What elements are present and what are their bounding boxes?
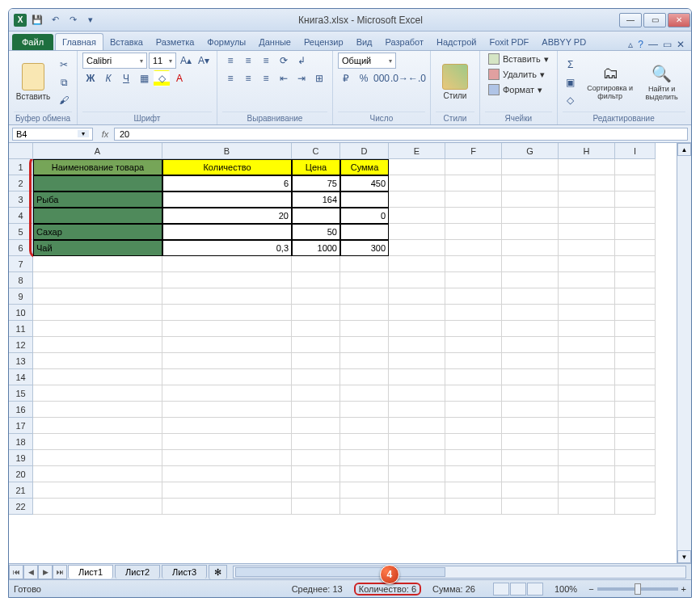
row-header-15[interactable]: 15: [9, 385, 33, 402]
sheet-prev-icon[interactable]: ◀: [23, 565, 38, 579]
cell-H18[interactable]: [559, 434, 615, 450]
cell-E1[interactable]: [389, 159, 445, 175]
cell-C10[interactable]: [292, 305, 340, 321]
cell-F16[interactable]: [445, 402, 502, 418]
cell-A4[interactable]: [33, 208, 162, 224]
cell-H22[interactable]: [559, 499, 615, 515]
row-header-11[interactable]: 11: [9, 321, 33, 337]
cell-F22[interactable]: [445, 499, 502, 515]
cell-G13[interactable]: [502, 353, 559, 369]
cell-E20[interactable]: [389, 466, 445, 482]
file-tab[interactable]: Файл: [12, 34, 53, 50]
cell-F4[interactable]: [445, 208, 502, 224]
number-format-select[interactable]: Общий▾: [338, 53, 396, 69]
cell-H4[interactable]: [559, 208, 615, 224]
cell-B15[interactable]: [162, 385, 292, 402]
inc-decimal-icon[interactable]: .0→: [391, 70, 407, 86]
cell-I21[interactable]: [615, 482, 656, 499]
cell-H6[interactable]: [559, 240, 615, 256]
indent-dec-icon[interactable]: ⇤: [276, 70, 292, 86]
currency-icon[interactable]: ₽: [338, 70, 354, 86]
cell-E5[interactable]: [389, 224, 445, 240]
col-header-G[interactable]: G: [502, 143, 559, 159]
delete-cells-button[interactable]: Удалить ▾: [485, 68, 548, 81]
horizontal-scrollbar[interactable]: [233, 566, 686, 579]
tab-abbyy[interactable]: ABBYY PD: [535, 34, 592, 50]
cell-B11[interactable]: [162, 321, 292, 337]
fx-icon[interactable]: fx: [96, 129, 114, 139]
cell-F8[interactable]: [445, 272, 502, 288]
cell-E18[interactable]: [389, 434, 445, 450]
fill-icon[interactable]: ▣: [563, 74, 579, 90]
cell-I12[interactable]: [615, 337, 656, 353]
cell-D7[interactable]: [340, 256, 389, 272]
tab-layout[interactable]: Разметка: [150, 34, 201, 50]
cell-H13[interactable]: [559, 353, 615, 369]
cell-H2[interactable]: [559, 175, 615, 191]
row-header-16[interactable]: 16: [9, 402, 33, 418]
zoom-out-icon[interactable]: −: [588, 584, 593, 594]
cell-C15[interactable]: [292, 385, 340, 402]
row-header-4[interactable]: 4: [9, 208, 33, 224]
cell-F10[interactable]: [445, 305, 502, 321]
cell-E17[interactable]: [389, 418, 445, 434]
cell-C11[interactable]: [292, 321, 340, 337]
col-header-F[interactable]: F: [445, 143, 502, 159]
cell-A20[interactable]: [33, 466, 162, 482]
cell-G8[interactable]: [502, 272, 559, 288]
cell-E14[interactable]: [389, 369, 445, 385]
cell-E9[interactable]: [389, 288, 445, 305]
cell-F6[interactable]: [445, 240, 502, 256]
row-header-3[interactable]: 3: [9, 191, 33, 208]
cell-I4[interactable]: [615, 208, 656, 224]
cell-E8[interactable]: [389, 272, 445, 288]
border-icon[interactable]: ▦: [136, 70, 152, 86]
cell-A12[interactable]: [33, 337, 162, 353]
view-pagebreak-icon[interactable]: [527, 583, 543, 595]
doc-max-icon[interactable]: ▭: [663, 39, 672, 50]
format-painter-icon[interactable]: 🖌: [56, 92, 72, 108]
cell-E13[interactable]: [389, 353, 445, 369]
tab-review[interactable]: Рецензир: [297, 34, 350, 50]
cell-F5[interactable]: [445, 224, 502, 240]
cell-I1[interactable]: [615, 159, 656, 175]
qat-dropdown-icon[interactable]: ▾: [83, 13, 98, 27]
cell-B21[interactable]: [162, 482, 292, 499]
doc-min-icon[interactable]: —: [648, 39, 658, 50]
doc-close-icon[interactable]: ✕: [677, 39, 685, 50]
redo-icon[interactable]: ↷: [65, 13, 80, 27]
cell-I13[interactable]: [615, 353, 656, 369]
cell-D14[interactable]: [340, 369, 389, 385]
cell-G1[interactable]: [502, 159, 559, 175]
cell-E21[interactable]: [389, 482, 445, 499]
cell-I22[interactable]: [615, 499, 656, 515]
cell-C7[interactable]: [292, 256, 340, 272]
cell-F15[interactable]: [445, 385, 502, 402]
cell-A5[interactable]: Сахар: [33, 224, 162, 240]
cell-H1[interactable]: [559, 159, 615, 175]
cell-F13[interactable]: [445, 353, 502, 369]
cell-E19[interactable]: [389, 450, 445, 466]
close-button[interactable]: ✕: [668, 13, 690, 27]
cell-F2[interactable]: [445, 175, 502, 191]
orientation-icon[interactable]: ⟳: [276, 53, 292, 69]
cell-G4[interactable]: [502, 208, 559, 224]
percent-icon[interactable]: %: [356, 70, 372, 86]
cell-G16[interactable]: [502, 402, 559, 418]
sheet-first-icon[interactable]: ⏮: [9, 565, 23, 579]
cell-D1[interactable]: Сумма: [340, 159, 389, 175]
row-header-10[interactable]: 10: [9, 305, 33, 321]
cell-I3[interactable]: [615, 191, 656, 208]
cell-A3[interactable]: Рыба: [33, 191, 162, 208]
find-select-button[interactable]: 🔍 Найти и выделить: [639, 56, 685, 109]
cell-D22[interactable]: [340, 499, 389, 515]
cell-H21[interactable]: [559, 482, 615, 499]
namebox-dropdown-icon[interactable]: ▾: [78, 130, 89, 137]
cell-H20[interactable]: [559, 466, 615, 482]
cell-D17[interactable]: [340, 418, 389, 434]
cell-H16[interactable]: [559, 402, 615, 418]
cell-G20[interactable]: [502, 466, 559, 482]
cell-C8[interactable]: [292, 272, 340, 288]
cell-C20[interactable]: [292, 466, 340, 482]
cell-A19[interactable]: [33, 450, 162, 466]
